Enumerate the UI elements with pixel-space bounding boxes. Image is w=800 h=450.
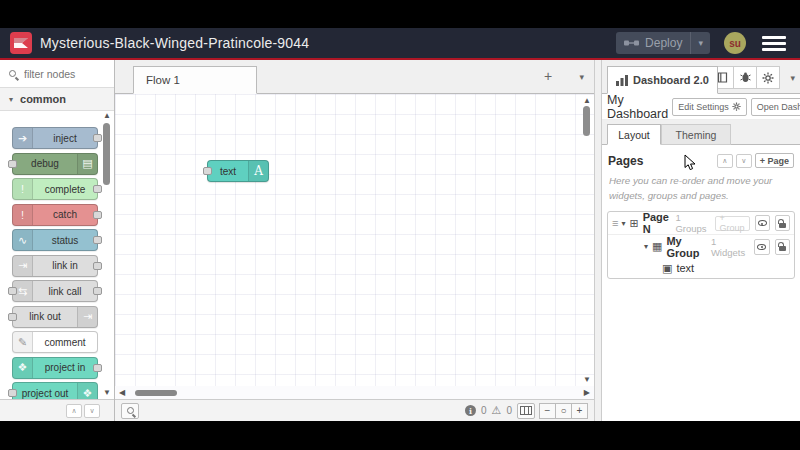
node-output-port[interactable] xyxy=(93,134,102,142)
canvas-vscrollbar-thumb[interactable] xyxy=(583,106,590,136)
open-dashboard-button[interactable]: Open Dashboard xyxy=(751,98,800,116)
drag-handle-icon[interactable]: ≡ xyxy=(612,217,617,229)
unlock-icon xyxy=(779,246,786,251)
palette-footer: ∧ ∨ xyxy=(0,399,114,421)
hscroll-track[interactable] xyxy=(127,389,582,397)
tab-flow-1[interactable]: Flow 1 xyxy=(133,66,257,94)
palette-node-project-in[interactable]: ❖project in xyxy=(12,357,98,379)
node-output-port[interactable] xyxy=(93,287,102,295)
deploy-button[interactable]: Deploy ▾ xyxy=(616,32,710,54)
palette-node-catch[interactable]: !catch xyxy=(12,204,98,226)
canvas-hscrollbar-thumb[interactable] xyxy=(135,390,177,396)
canvas-scroll-up-icon[interactable]: ▲ xyxy=(583,96,591,105)
tab-dashboard-2[interactable]: Dashboard 2.0 xyxy=(607,66,718,94)
add-group-button[interactable]: + Group xyxy=(715,216,750,231)
add-flow-button[interactable]: + xyxy=(538,68,558,84)
flow-list-caret[interactable]: ▾ xyxy=(579,72,584,82)
zoom-reset-button[interactable]: ○ xyxy=(555,403,572,419)
palette-node-inject[interactable]: ➔inject xyxy=(12,127,98,149)
palette-node-debug[interactable]: ▤debug xyxy=(12,153,98,175)
move-up-button[interactable]: ∧ xyxy=(717,154,733,168)
app-logo-icon xyxy=(10,32,32,54)
map-icon xyxy=(520,406,532,415)
node-input-port[interactable] xyxy=(8,389,17,397)
palette-search-input[interactable] xyxy=(22,67,94,81)
gear-icon xyxy=(732,102,741,111)
user-avatar[interactable]: su xyxy=(724,32,746,54)
screen: Mysterious-Black-Winged-Pratincole-9044 … xyxy=(0,0,800,450)
main-menu-button[interactable] xyxy=(762,36,786,51)
palette-search[interactable] xyxy=(0,60,114,88)
page-lock-button[interactable] xyxy=(775,215,790,231)
canvas-hscrollbar[interactable]: ◀ ▶ xyxy=(115,386,594,399)
edit-settings-label: Edit Settings xyxy=(678,102,729,112)
palette-node-status[interactable]: ∿status xyxy=(12,229,98,251)
deploy-options-caret[interactable]: ▾ xyxy=(690,32,710,54)
palette-node-link-in[interactable]: ⇥link in xyxy=(12,255,98,277)
deploy-icon xyxy=(624,37,639,49)
tree-row-widget[interactable]: ▣ text xyxy=(608,258,794,278)
palette-scroll-up-icon[interactable]: ▲ xyxy=(103,111,111,120)
info-count-icon[interactable]: i xyxy=(465,405,476,416)
warning-count-icon[interactable]: ⚠ xyxy=(492,405,502,416)
tab-config[interactable] xyxy=(756,66,780,89)
tab-debug[interactable] xyxy=(733,66,757,89)
add-page-button[interactable]: + Page xyxy=(755,153,794,168)
search-icon xyxy=(9,70,16,77)
palette-collapse-all-button[interactable]: ∧ xyxy=(66,404,82,418)
palette-node-project-out[interactable]: ❖project out xyxy=(12,382,98,399)
project-out-node-icon: ❖ xyxy=(77,383,97,399)
palette-category-label: common xyxy=(20,93,66,105)
chevron-down-icon[interactable]: ▾ xyxy=(621,219,625,228)
palette-category-common[interactable]: ▾ common xyxy=(0,88,114,111)
flow-canvas[interactable]: text A ▲ ▼ xyxy=(115,94,594,386)
search-icon xyxy=(127,407,134,414)
node-input-port[interactable] xyxy=(8,313,17,321)
flow-title: Mysterious-Black-Winged-Pratincole-9044 xyxy=(40,35,616,51)
node-input-port[interactable] xyxy=(8,287,17,295)
scroll-right-icon[interactable]: ▶ xyxy=(584,388,590,397)
palette-node-complete[interactable]: !complete xyxy=(12,178,98,200)
canvas-search-button[interactable] xyxy=(121,403,139,419)
palette-node-comment[interactable]: ✎comment xyxy=(12,331,98,353)
unlock-icon xyxy=(779,223,786,228)
zoom-out-button[interactable]: − xyxy=(539,403,556,419)
node-output-port[interactable] xyxy=(93,364,102,372)
zoom-in-button[interactable]: + xyxy=(571,403,588,419)
palette-node-label: comment xyxy=(33,332,97,352)
edit-settings-button[interactable]: Edit Settings xyxy=(672,98,747,116)
gear-icon xyxy=(762,72,774,84)
palette-node-link-out[interactable]: ⇥link out xyxy=(12,306,98,328)
scroll-left-icon[interactable]: ◀ xyxy=(119,388,125,397)
tab-theming[interactable]: Theming xyxy=(661,124,731,145)
sidebar-splitter[interactable] xyxy=(594,60,602,421)
node-input-port[interactable] xyxy=(8,160,17,168)
node-input-port[interactable] xyxy=(203,167,212,175)
sidebar-tabs-caret[interactable]: ▾ xyxy=(790,73,795,83)
navigator-button[interactable] xyxy=(517,403,535,419)
chevron-down-icon[interactable]: ▾ xyxy=(644,242,648,251)
debug-node-icon: ▤ xyxy=(77,154,97,174)
node-output-port[interactable] xyxy=(93,211,102,219)
tree-row-group[interactable]: ▾ ▦ My Group 1 Widgets xyxy=(608,235,794,258)
tab-layout[interactable]: Layout xyxy=(607,124,661,145)
group-visibility-button[interactable] xyxy=(754,239,769,255)
app-header: Mysterious-Black-Winged-Pratincole-9044 … xyxy=(0,28,800,58)
canvas-scroll-down-icon[interactable]: ▼ xyxy=(583,375,591,384)
node-output-port[interactable] xyxy=(93,236,102,244)
book-icon xyxy=(717,72,728,83)
group-lock-button[interactable] xyxy=(775,239,790,255)
palette-scrollbar-thumb[interactable] xyxy=(103,123,110,185)
palette-scroll-down-icon[interactable]: ▼ xyxy=(103,388,111,397)
node-output-port[interactable] xyxy=(93,185,102,193)
palette-expand-all-button[interactable]: ∨ xyxy=(84,404,100,418)
palette-node-link-call[interactable]: ⇆link call xyxy=(12,280,98,302)
tree-row-page[interactable]: ≡ ▾ ⊞ Page N 1 Groups + Group xyxy=(608,212,794,235)
node-output-port[interactable] xyxy=(93,262,102,270)
page-icon: ⊞ xyxy=(629,218,638,229)
palette-node-label: inject xyxy=(33,128,97,148)
move-down-button[interactable]: ∨ xyxy=(736,154,752,168)
palette-node-label: complete xyxy=(33,179,97,199)
page-visibility-button[interactable] xyxy=(755,215,770,231)
canvas-node-text[interactable]: text A xyxy=(207,160,269,182)
